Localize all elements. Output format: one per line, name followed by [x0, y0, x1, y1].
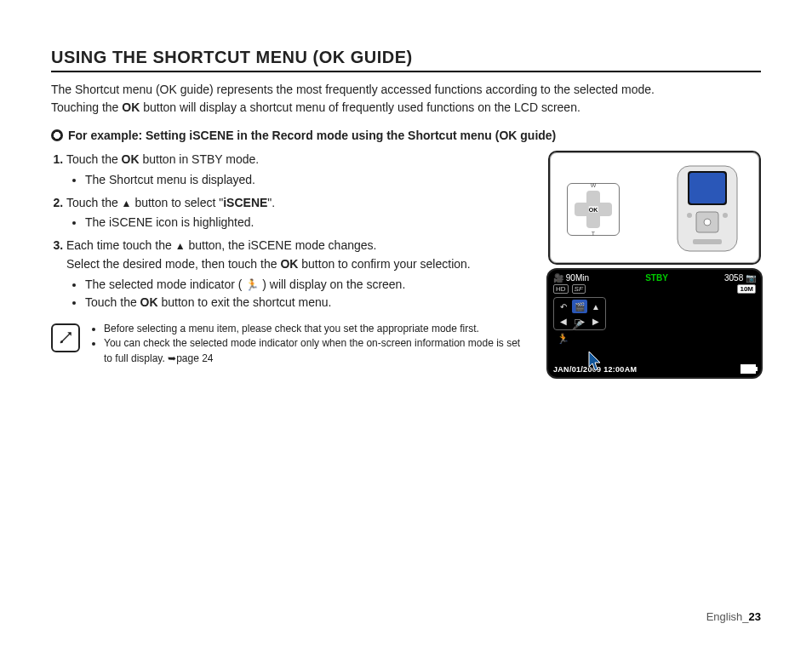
- svg-point-5: [704, 219, 711, 226]
- step-3-sub1: The selected mode indicator ( 🏃 ) will d…: [85, 276, 531, 294]
- resolution-badge: 10M: [737, 284, 756, 294]
- step-3: Each time touch the ▲ button, the iSCENE…: [66, 237, 531, 311]
- menu-left-icon: ◀: [556, 314, 571, 328]
- steps-list: Touch the OK button in STBY mode. The Sh…: [66, 151, 531, 312]
- lcd-selected-mode-icon: 🏃: [557, 333, 569, 345]
- svg-rect-8: [693, 239, 722, 244]
- up-triangle-icon: ▲: [122, 197, 132, 209]
- svg-rect-3: [689, 173, 725, 203]
- step-1: Touch the OK button in STBY mode. The Sh…: [66, 151, 531, 189]
- step-1-sub: The Shortcut menu is displayed.: [85, 171, 531, 189]
- t-label: T: [592, 231, 595, 237]
- running-man-icon: 🏃: [245, 278, 259, 291]
- device-illustration: OK W T: [548, 151, 761, 265]
- svg-point-7: [723, 213, 728, 218]
- video-camera-icon: 🎥: [553, 273, 563, 283]
- gear-icon: [51, 129, 63, 141]
- step-3-sub2: Touch the OK button to exit the shortcut…: [85, 294, 531, 312]
- menu-back-icon: ↶: [556, 300, 571, 313]
- step-2: Touch the ▲ button to select "iSCENE". T…: [66, 194, 531, 232]
- intro-line2b: button will display a shortcut menu of f…: [140, 100, 580, 114]
- menu-up-icon: ▲: [588, 300, 603, 313]
- w-label: W: [591, 182, 597, 188]
- note-2: You can check the selected mode indicato…: [104, 336, 531, 366]
- svg-point-0: [60, 340, 63, 343]
- step-2-sub: The iSCENE icon is highlighted.: [85, 214, 531, 232]
- lcd-status: STBY: [589, 273, 724, 283]
- note-icon: [51, 323, 80, 352]
- note-1: Before selecting a menu item, please che…: [104, 322, 531, 336]
- lcd-counter: 3058 📷: [724, 273, 756, 283]
- lcd-time-left: 🎥 90Min: [553, 273, 589, 283]
- intro-paragraph: The Shortcut menu (OK guide) represents …: [51, 81, 761, 117]
- footer-language: English: [706, 610, 743, 623]
- subhead-text: For example: Setting iSCENE in the Recor…: [68, 129, 556, 142]
- control-pad-illustration: OK W T: [567, 183, 620, 236]
- menu-down-icon: 🎤: [572, 321, 582, 330]
- sf-badge: SF: [572, 284, 586, 294]
- cursor-pointer-icon: [587, 352, 603, 372]
- page-footer: English_23: [706, 610, 761, 623]
- lcd-screenshot: 🎥 90Min STBY 3058 📷 HD SF 10M ↶: [548, 270, 761, 377]
- hd-badge: HD: [553, 284, 569, 294]
- svg-point-6: [687, 213, 692, 218]
- intro-line2a: Touching the: [51, 100, 122, 114]
- menu-iscene-icon: 🎬: [572, 300, 587, 313]
- ok-label: OK: [589, 207, 598, 213]
- footer-page-number: 23: [749, 610, 761, 623]
- example-subhead: For example: Setting iSCENE in the Recor…: [51, 129, 761, 142]
- camcorder-body-icon: [671, 163, 744, 255]
- notes-block: Before selecting a menu item, please che…: [51, 322, 531, 366]
- ok-word: OK: [122, 100, 140, 114]
- up-triangle-icon: ▲: [175, 240, 186, 252]
- battery-icon: [741, 364, 756, 374]
- intro-line1: The Shortcut menu (OK guide) represents …: [51, 83, 655, 96]
- page-title: USING THE SHORTCUT MENU (OK GUIDE): [51, 48, 761, 72]
- menu-right-icon: ▶: [588, 314, 603, 328]
- photo-camera-icon: 📷: [746, 273, 756, 283]
